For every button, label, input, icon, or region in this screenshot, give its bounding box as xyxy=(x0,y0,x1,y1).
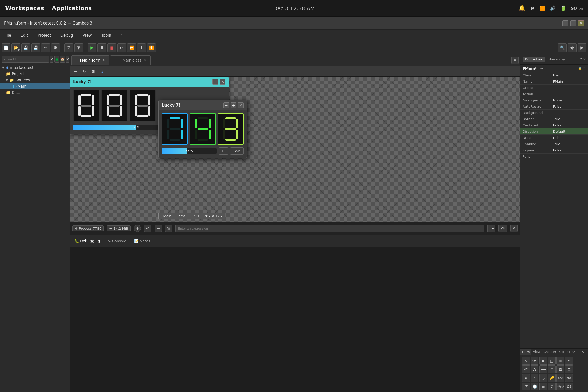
prop-val-class[interactable]: Form xyxy=(551,72,588,78)
tool-cursor[interactable]: ↖ xyxy=(522,357,530,365)
pause-btn[interactable]: ⏸ xyxy=(97,43,106,52)
applications-label[interactable]: Applications xyxy=(52,5,92,11)
notification-icon[interactable]: 🔔 xyxy=(518,5,525,11)
delete-btn[interactable]: 🗑 xyxy=(165,225,172,232)
tool-http[interactable]: http:// xyxy=(556,383,564,390)
sidebar-search-input[interactable] xyxy=(2,56,49,63)
lucky7-bg-close-btn[interactable]: ✕ xyxy=(220,79,225,85)
sidebar-close-btn[interactable]: ✕ xyxy=(66,56,69,63)
tool-ok[interactable]: OK xyxy=(531,357,538,365)
r-button-front[interactable]: R xyxy=(219,147,228,155)
open-btn[interactable]: 📂▼ xyxy=(11,43,20,52)
nav-refresh-btn[interactable]: ↻ xyxy=(81,68,88,75)
minus-btn[interactable]: − xyxy=(155,225,162,232)
me-btn[interactable]: ME xyxy=(498,225,507,232)
tool-panel[interactable]: ▪ xyxy=(522,374,530,382)
lucky7-front-dialog[interactable]: Lucky 7! ─ + ✕ xyxy=(158,100,247,158)
menu-help[interactable]: ? xyxy=(118,32,124,39)
props-tab-hierarchy[interactable]: Hierarchy xyxy=(546,57,568,62)
close-btn[interactable]: ✕ xyxy=(578,20,584,26)
step4-btn[interactable]: ⏫ xyxy=(147,43,156,52)
lucky7-bg-minimize-btn[interactable]: ─ xyxy=(212,79,218,85)
tab-close-all-btn[interactable]: ✕ xyxy=(511,57,519,64)
tree-item-data[interactable]: 📁 Data xyxy=(0,89,70,96)
props-help-btn[interactable]: ? xyxy=(580,57,582,61)
prop-val-expand[interactable]: False xyxy=(551,147,588,154)
lucky7-front-minimize-btn[interactable]: ─ xyxy=(223,102,229,108)
step2-btn[interactable]: ⏩ xyxy=(127,43,136,52)
tab-fmain-class-close[interactable]: ✕ xyxy=(144,58,147,62)
prop-val-autoresize[interactable]: False xyxy=(551,103,588,110)
save-btn[interactable]: 💾 xyxy=(21,43,30,52)
process-status[interactable]: ⚙ Process 7780 xyxy=(72,225,104,231)
spin-button-front[interactable]: Spin xyxy=(230,147,244,155)
prop-val-enabled[interactable]: True xyxy=(551,141,588,147)
lucky7-bg-titlebar[interactable]: Lucky 7! ─ ✕ xyxy=(70,77,229,87)
wifi-icon[interactable]: 📶 xyxy=(540,5,545,11)
bottom-tab-debugging[interactable]: 🐛 Debugging xyxy=(72,238,103,244)
step3-btn[interactable]: ⬆ xyxy=(137,43,146,52)
props-bottom-tab-view[interactable]: View xyxy=(531,349,542,355)
memory-status[interactable]: ▬ 14.2 MiB xyxy=(107,225,131,231)
menu-tools[interactable]: Tools xyxy=(99,32,113,39)
nav-fwd-btn[interactable]: ▶ xyxy=(578,43,586,52)
tool-123[interactable]: 123 xyxy=(565,383,573,390)
props-bottom-tab-chooser[interactable]: Chooser xyxy=(542,349,558,355)
lucky7-front-titlebar[interactable]: Lucky 7! ─ + ✕ xyxy=(159,100,247,110)
props-bottom-tab-container[interactable]: Containe> xyxy=(558,349,578,355)
tree-item-fmain[interactable]: □ FMain xyxy=(0,83,70,89)
tool-picbox[interactable]: 🖼 xyxy=(565,365,573,373)
prop-val-background[interactable] xyxy=(551,110,588,116)
watch-btn[interactable]: 👁 xyxy=(144,225,151,232)
menu-edit[interactable]: Edit xyxy=(19,32,30,39)
new-btn[interactable]: 📄 xyxy=(2,43,10,52)
props-bottom-tab-form[interactable]: Form xyxy=(520,349,531,355)
sidebar-clear-btn[interactable]: ✕ xyxy=(50,56,53,63)
nav-back-btn[interactable]: ◀▼ xyxy=(568,43,577,52)
save-all-btn[interactable]: 💾 xyxy=(31,43,40,52)
tree-item-interfacetest[interactable]: ▼ ◆ interfacetest xyxy=(0,64,70,71)
tool-frame[interactable]: □ xyxy=(548,357,556,365)
menu-debug[interactable]: Debug xyxy=(58,32,75,39)
tool-num[interactable]: 42 xyxy=(522,365,530,373)
menu-file[interactable]: File xyxy=(3,32,13,39)
tree-item-sources[interactable]: ▼ 📁 Sources xyxy=(0,77,70,83)
nav-grid-btn[interactable]: ⊞ xyxy=(90,68,97,75)
tool-abc-edit[interactable]: abc xyxy=(565,374,573,382)
sidebar-tree-btn[interactable]: 🌲 xyxy=(54,56,59,63)
filter-btn[interactable]: ▽ xyxy=(64,43,73,52)
tool-check[interactable]: ☑ xyxy=(548,365,556,373)
stop-btn[interactable]: ■ xyxy=(107,43,116,52)
revert-btn[interactable]: ↩ xyxy=(41,43,50,52)
prop-val-centered[interactable]: False xyxy=(551,122,588,128)
prop-val-name[interactable]: FMain xyxy=(551,78,588,85)
prop-val-direction[interactable]: Default xyxy=(551,128,588,135)
expression-input[interactable] xyxy=(175,225,484,232)
props-tab-properties[interactable]: Properties xyxy=(523,57,545,62)
tab-fmain-form-close[interactable]: ✕ xyxy=(103,58,106,62)
tool-shape[interactable]: ▭ xyxy=(539,383,547,390)
minimize-btn[interactable]: ─ xyxy=(562,20,568,26)
expr-close-btn[interactable]: ✕ xyxy=(510,225,518,232)
prop-val-border[interactable]: True xyxy=(551,116,588,122)
settings-btn[interactable]: ⚙ xyxy=(51,43,60,52)
tool-grid[interactable]: ⊞ xyxy=(556,357,564,365)
progress-bar-front[interactable]: 45% xyxy=(162,148,217,154)
bottom-tab-notes[interactable]: 📝 Notes xyxy=(132,238,153,244)
search-icon-btn[interactable]: 🔍 xyxy=(558,43,567,52)
sidebar-home-btn[interactable]: 🏠 xyxy=(60,56,65,63)
run-btn[interactable]: ▶ xyxy=(88,43,96,52)
add-expr-btn[interactable]: + xyxy=(134,225,141,232)
tab-fmain-class[interactable]: { } FMain.class ✕ xyxy=(110,55,151,65)
tool-label[interactable]: ▬ xyxy=(539,357,547,365)
tool-abc-label[interactable]: abc xyxy=(556,374,564,382)
workspaces-label[interactable]: Workspaces xyxy=(5,5,44,11)
tool-shield[interactable]: 🛡 xyxy=(548,383,556,390)
filter2-btn[interactable]: ▼ xyxy=(74,43,83,52)
lucky7-front-maximize-btn[interactable]: + xyxy=(231,102,236,108)
step-btn[interactable]: ⏭ xyxy=(117,43,126,52)
nav-left-btn[interactable]: ← xyxy=(72,68,79,75)
prop-val-arrangement[interactable]: None xyxy=(551,97,588,103)
lucky7-front-close-btn[interactable]: ✕ xyxy=(238,102,244,108)
tool-panel2[interactable]: ▫ xyxy=(531,374,538,382)
